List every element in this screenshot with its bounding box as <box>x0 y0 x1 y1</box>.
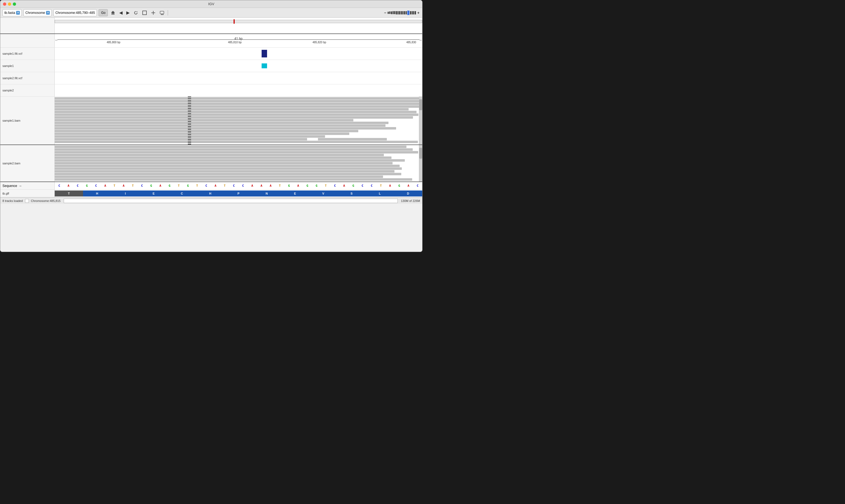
sequence-base: A <box>248 182 257 190</box>
svg-rect-0 <box>143 11 146 15</box>
read-row <box>55 141 418 143</box>
gff-segment: T <box>55 191 83 197</box>
read-row <box>55 167 402 170</box>
gff-segment: S <box>337 191 365 197</box>
zoom-out-button[interactable]: − <box>383 11 387 15</box>
sequence-base: T <box>220 182 230 190</box>
status-icon <box>25 199 29 203</box>
sample2-bam-scrollbar[interactable] <box>419 145 422 181</box>
status-bar: 8 tracks loaded Chromosome:485,815 130M … <box>0 197 422 204</box>
sequence-base: T <box>174 182 183 190</box>
overview-label <box>0 18 55 34</box>
sample2-filt-vcf-data[interactable] <box>55 72 422 84</box>
minimize-button[interactable] <box>8 2 11 6</box>
sequence-base: C <box>229 182 238 190</box>
sequence-base: T <box>275 182 285 190</box>
bp-label-1: 485,800 bp <box>107 41 120 44</box>
sample1-bam-scrollbar-thumb[interactable] <box>419 99 422 110</box>
sample1-filt-vcf-label: sample1.filt.vcf <box>0 48 55 59</box>
overview-data[interactable] <box>55 18 422 34</box>
sequence-base: T <box>128 182 138 190</box>
read-row <box>55 119 353 121</box>
back-button[interactable]: ◀ <box>118 10 124 16</box>
sequence-base: G <box>312 182 321 190</box>
region-button[interactable] <box>141 10 148 16</box>
zoom-in-button[interactable]: + <box>417 11 420 15</box>
sequence-label-col: Sequence → <box>0 182 55 190</box>
gff-segment: D <box>394 191 422 197</box>
read-row <box>55 127 396 129</box>
sequence-base: C <box>202 182 211 190</box>
sample1-bam-striped-col <box>188 96 191 144</box>
refresh-button[interactable] <box>132 10 139 16</box>
gff-label: tb.gff <box>0 190 55 197</box>
genome-select[interactable]: tb.fasta ▼ <box>2 9 22 16</box>
sequence-base: G <box>395 182 404 190</box>
sequence-track: Sequence → CACGCATATCGAGTGTCATCCAAATGAGG… <box>0 182 422 190</box>
window-title: IGV <box>208 2 214 6</box>
location-input[interactable]: Chromosome:485,790–485,829 <box>53 9 97 16</box>
sequence-base: A <box>294 182 303 190</box>
read-row <box>55 154 384 156</box>
sequence-base: G <box>82 182 91 190</box>
sequence-base: C <box>91 182 101 190</box>
sample1-coverage-label-text: sample1 <box>2 64 14 68</box>
home-button[interactable] <box>109 10 116 16</box>
sample1-coverage-data[interactable] <box>55 60 422 72</box>
close-button[interactable] <box>3 2 6 6</box>
sample1-bam-label-text: sample1.bam <box>2 119 20 122</box>
read-row <box>55 97 419 100</box>
sample1-bam-data[interactable] <box>55 96 419 144</box>
read-row <box>55 116 413 119</box>
toolbar: tb.fasta ▼ Chromosome ▼ Chromosome:485,7… <box>0 8 422 18</box>
sample1-bam-scrollbar[interactable] <box>419 96 422 144</box>
read-row <box>55 148 413 151</box>
bp-labels: 485,800 bp 485,810 bp 485,820 bp 485,830 <box>55 41 422 46</box>
read-row <box>55 178 412 181</box>
read-row <box>55 100 419 102</box>
sequence-base: G <box>147 182 156 190</box>
sequence-base: C <box>238 182 248 190</box>
chromosome-dropdown-icon: ▼ <box>46 11 50 15</box>
sample2-coverage-track: sample2 <box>0 84 422 96</box>
sequence-base: A <box>385 182 395 190</box>
gff-data[interactable]: THIECHPNEVSLD <box>55 190 422 197</box>
forward-button[interactable]: ▶ <box>125 10 131 16</box>
go-button[interactable]: Go <box>98 9 108 16</box>
gff-segment: I <box>111 191 140 197</box>
read-mismatch <box>358 130 369 132</box>
sequence-base: C <box>330 182 340 190</box>
vcf-tracks-area: sample1.filt.vcf sample1 sample2.filt.vc… <box>0 48 422 96</box>
position-marker <box>234 19 235 24</box>
gff-track: tb.gff THIECHPNEVSLD <box>0 190 422 197</box>
split-button[interactable] <box>150 10 157 16</box>
read-row <box>55 173 401 175</box>
sample1-filt-vcf-data[interactable] <box>55 48 422 59</box>
sample2-filt-vcf-label-text: sample2.filt.vcf <box>2 76 22 80</box>
sample2-bam-scrollbar-thumb[interactable] <box>419 148 422 159</box>
chat-button[interactable] <box>158 10 165 16</box>
read-row <box>55 103 419 105</box>
genome-dropdown-icon: ▼ <box>16 11 20 15</box>
read-row <box>55 157 392 159</box>
sequence-arrow-icon: → <box>18 184 22 188</box>
bp-label-2: 485,810 bp <box>228 41 241 44</box>
sequence-base: A <box>119 182 128 190</box>
sequence-base: G <box>285 182 294 190</box>
svg-rect-3 <box>160 11 164 14</box>
sample1-bam-label: sample1.bam <box>0 96 55 144</box>
chromosome-select[interactable]: Chromosome ▼ <box>23 9 52 16</box>
sample2-bam-data[interactable] <box>55 145 419 181</box>
sample2-coverage-data[interactable] <box>55 84 422 96</box>
sample2-coverage-label-text: sample2 <box>2 89 14 92</box>
sequence-base: T <box>376 182 385 190</box>
maximize-button[interactable] <box>13 2 16 6</box>
sequence-bases: CACGCATATCGAGTGTCATCCAAATGAGGTCAGCCTAGAC <box>55 182 422 190</box>
zoom-controls: − + <box>383 11 420 15</box>
memory-usage: 130M of 226M <box>401 199 420 202</box>
gff-segment: E <box>281 191 309 197</box>
read-row <box>55 105 419 108</box>
sequence-base: A <box>101 182 110 190</box>
sample2-bam-track: sample2.bam <box>0 145 422 182</box>
read-row <box>55 138 387 140</box>
